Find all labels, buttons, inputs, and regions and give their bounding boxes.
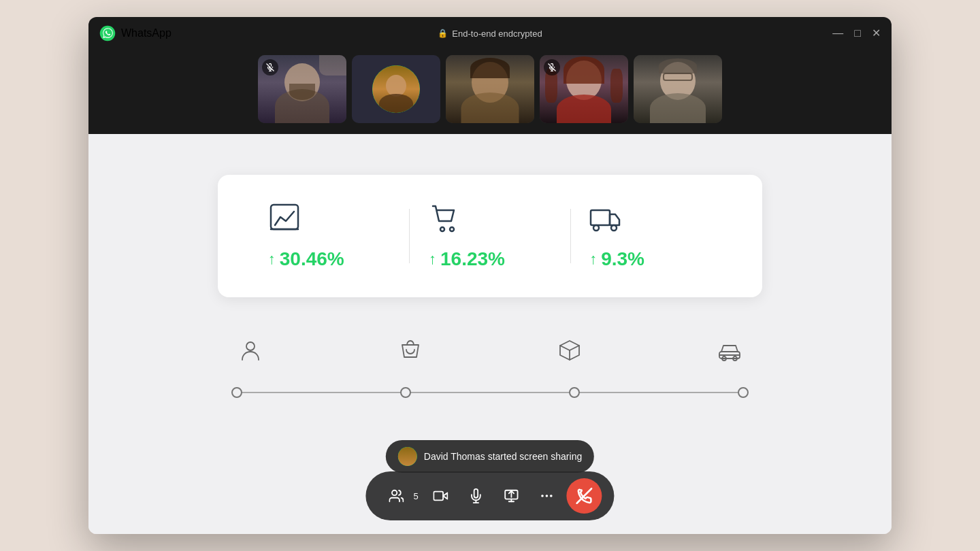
stat-item-revenue: ↑ 30.46% <box>268 202 391 270</box>
svg-point-33 <box>550 495 553 497</box>
stat-value-delivery: ↑ 9.3% <box>589 248 644 270</box>
participant-thumb-1[interactable] <box>258 55 346 123</box>
arrow-up-2: ↑ <box>429 250 436 268</box>
cart-icon <box>429 202 461 237</box>
timeline-dots <box>231 387 749 398</box>
timeline-dot-1 <box>231 387 242 398</box>
participants-bar <box>88 50 892 134</box>
timeline-icons <box>231 338 749 365</box>
svg-point-31 <box>541 495 544 497</box>
more-options-button[interactable] <box>532 480 563 512</box>
minimize-button[interactable]: — <box>832 28 843 39</box>
person-icon <box>238 338 263 365</box>
svg-point-9 <box>440 227 444 231</box>
svg-marker-23 <box>443 492 447 499</box>
svg-point-13 <box>611 225 617 231</box>
svg-point-10 <box>450 227 454 231</box>
svg-point-32 <box>546 495 549 497</box>
app-name: WhatsApp <box>121 27 172 39</box>
call-controls-bar: 5 <box>365 471 614 520</box>
main-area: ↑ 30.46% ↑ <box>88 134 892 534</box>
timeline-track <box>231 386 749 399</box>
timeline-dot-2 <box>400 387 411 398</box>
lock-icon: 🔒 <box>438 29 448 38</box>
timeline-dot-4 <box>738 387 749 398</box>
close-button[interactable]: ✕ <box>872 28 881 39</box>
screen-share-toast: David Thomas started screen sharing <box>386 440 594 473</box>
box-icon <box>557 338 582 365</box>
maximize-button[interactable]: □ <box>854 28 861 39</box>
arrow-up-1: ↑ <box>268 250 276 268</box>
svg-line-17 <box>560 346 570 350</box>
svg-rect-24 <box>434 492 444 501</box>
toast-avatar <box>398 447 417 466</box>
david-avatar <box>372 65 420 113</box>
end-call-button[interactable] <box>567 478 602 514</box>
stat-value-orders: ↑ 16.23% <box>429 248 505 270</box>
timeline-dot-3 <box>569 387 580 398</box>
chart-icon <box>268 202 301 237</box>
svg-point-22 <box>392 490 397 495</box>
stat-divider-2 <box>570 209 571 263</box>
stats-card: ↑ 30.46% ↑ <box>218 175 762 297</box>
truck-icon <box>589 202 622 237</box>
stat-value-revenue: ↑ 30.46% <box>268 248 344 270</box>
participant-thumb-3[interactable] <box>446 55 534 123</box>
microphone-button[interactable] <box>461 480 492 512</box>
svg-point-12 <box>593 225 599 231</box>
arrow-up-3: ↑ <box>589 250 597 268</box>
participant-thumb-2[interactable] <box>352 55 440 123</box>
share-screen-button[interactable] <box>496 480 527 512</box>
mute-badge-4 <box>544 59 560 76</box>
stat-item-orders: ↑ 16.23% <box>429 202 551 270</box>
titlebar: WhatsApp 🔒 End-to-end endcrypted — □ ✕ <box>88 17 892 50</box>
svg-point-14 <box>246 342 255 350</box>
participants-button[interactable] <box>380 480 412 512</box>
encryption-label: 🔒 End-to-end endcrypted <box>438 29 542 39</box>
app-logo: WhatsApp <box>99 25 172 41</box>
participant-video-3 <box>446 55 534 123</box>
participants-control[interactable]: 5 <box>378 480 421 512</box>
timeline-section <box>231 338 749 399</box>
mute-badge-1 <box>262 59 278 76</box>
window-controls: — □ ✕ <box>832 28 881 39</box>
bag-icon <box>398 338 423 365</box>
svg-point-0 <box>100 26 116 41</box>
camera-button[interactable] <box>425 480 457 512</box>
app-window: WhatsApp 🔒 End-to-end endcrypted — □ ✕ <box>88 17 892 534</box>
whatsapp-icon <box>99 25 116 41</box>
svg-rect-11 <box>591 210 610 225</box>
stat-divider-1 <box>409 209 410 263</box>
participants-count: 5 <box>413 491 418 501</box>
toast-text: David Thomas started screen sharing <box>424 451 582 462</box>
participant-thumb-4[interactable] <box>540 55 628 123</box>
svg-line-16 <box>570 346 579 350</box>
participant-video-2 <box>352 55 440 123</box>
car-icon <box>717 338 742 365</box>
stat-item-delivery: ↑ 9.3% <box>589 202 712 270</box>
participant-thumb-5[interactable] <box>634 55 722 123</box>
participant-video-5 <box>634 55 722 123</box>
